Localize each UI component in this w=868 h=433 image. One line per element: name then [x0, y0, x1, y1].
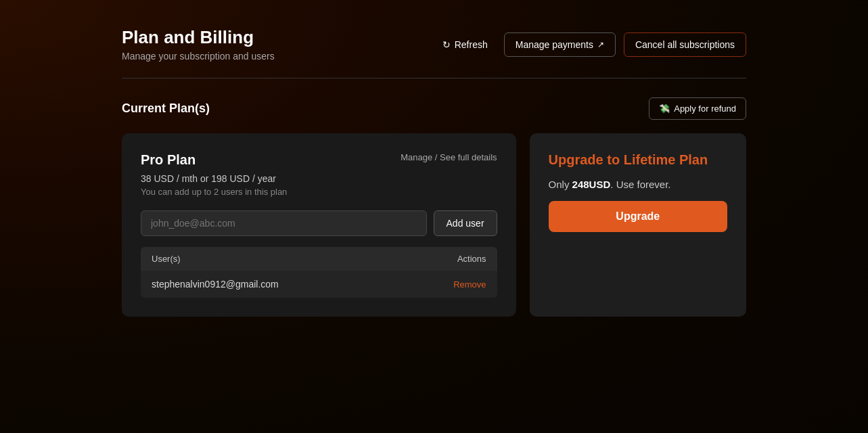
page-title: Plan and Billing: [122, 27, 275, 48]
header-divider: [122, 78, 746, 78]
upgrade-button[interactable]: Upgrade: [549, 201, 727, 232]
actions-column-header: Actions: [457, 254, 486, 264]
upgrade-card: Upgrade to Lifetime Plan Only 248USD. Us…: [530, 133, 746, 317]
plans-grid: Pro Plan Manage / See full details 38 US…: [122, 133, 746, 317]
plan-price: 38 USD / mth or 198 USD / year: [141, 173, 497, 184]
refresh-button[interactable]: ↻ Refresh: [434, 34, 496, 55]
apply-refund-button[interactable]: 💸 Apply for refund: [649, 97, 746, 120]
add-user-row: Add user: [141, 210, 497, 236]
manage-payments-button[interactable]: Manage payments ↗: [504, 32, 616, 57]
user-email: stephenalvin0912@gmail.com: [152, 279, 279, 290]
refresh-icon: ↻: [442, 39, 451, 50]
cancel-subscriptions-button[interactable]: Cancel all subscriptions: [624, 32, 746, 57]
refund-icon: 💸: [659, 104, 670, 114]
plan-card-header: Pro Plan Manage / See full details: [141, 152, 497, 168]
current-plans-title: Current Plan(s): [122, 101, 210, 116]
upgrade-price: Only 248USD. Use forever.: [549, 179, 727, 190]
plan-name: Pro Plan: [141, 152, 196, 168]
page-subtitle: Manage your subscription and users: [122, 51, 275, 62]
table-row: stephenalvin0912@gmail.com Remove: [141, 271, 497, 298]
plan-users-info: You can add up to 2 users in this plan: [141, 187, 497, 197]
upgrade-title: Upgrade to Lifetime Plan: [549, 152, 727, 168]
users-column-header: User(s): [152, 254, 181, 264]
users-table-header: User(s) Actions: [141, 247, 497, 271]
page-header: Plan and Billing Manage your subscriptio…: [122, 27, 746, 62]
title-section: Plan and Billing Manage your subscriptio…: [122, 27, 275, 62]
remove-user-button[interactable]: Remove: [453, 279, 486, 290]
add-user-button[interactable]: Add user: [434, 210, 497, 236]
users-table: User(s) Actions stephenalvin0912@gmail.c…: [141, 247, 497, 298]
section-header: Current Plan(s) 💸 Apply for refund: [122, 97, 746, 120]
external-link-icon: ↗: [597, 40, 604, 49]
header-actions: ↻ Refresh Manage payments ↗ Cancel all s…: [434, 32, 746, 57]
pro-plan-card: Pro Plan Manage / See full details 38 US…: [122, 133, 516, 317]
user-email-input[interactable]: [141, 210, 427, 236]
plan-manage-link[interactable]: Manage / See full details: [401, 152, 497, 162]
